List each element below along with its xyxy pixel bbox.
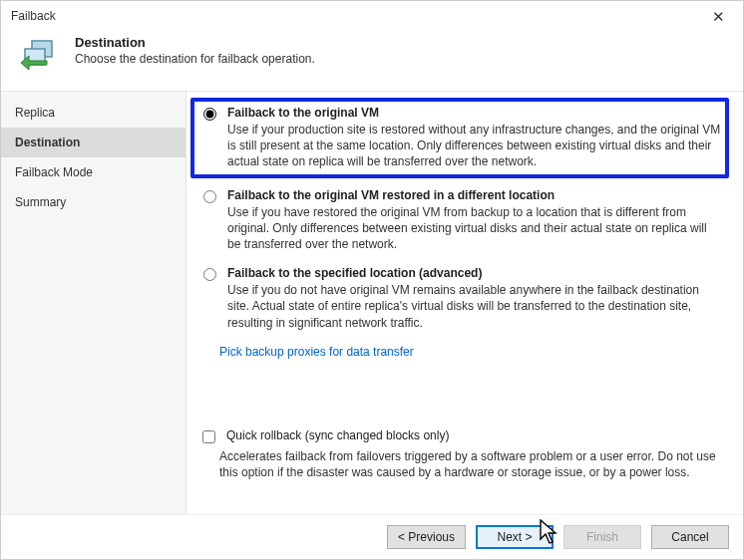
wizard-header: Destination Choose the destination for f… xyxy=(1,31,743,91)
cancel-button[interactable]: Cancel xyxy=(651,525,729,549)
failback-icon xyxy=(19,37,59,77)
quick-rollback-checkbox[interactable] xyxy=(202,430,215,443)
radio-original-vm[interactable] xyxy=(203,108,216,121)
radio-specified-location[interactable] xyxy=(203,268,216,281)
quick-rollback-label: Quick rollback (sync changed blocks only… xyxy=(226,428,449,442)
option-failback-original-vm[interactable]: Failback to the original VM Use if your … xyxy=(190,98,729,178)
page-subheading: Choose the destination for failback oper… xyxy=(75,52,315,66)
option-failback-specified-location[interactable]: Failback to the specified location (adva… xyxy=(198,266,723,331)
page-heading: Destination xyxy=(75,35,315,50)
quick-rollback-block: Quick rollback (sync changed blocks only… xyxy=(198,428,723,480)
content-panel: Failback to the original VM Use if your … xyxy=(186,92,743,514)
header-text: Destination Choose the destination for f… xyxy=(75,35,315,66)
wizard-body: Replica Destination Failback Mode Summar… xyxy=(1,91,743,514)
close-icon[interactable]: ✕ xyxy=(704,5,733,28)
finish-button: Finish xyxy=(563,525,641,549)
pick-backup-proxies-link[interactable]: Pick backup proxies for data transfer xyxy=(219,345,414,359)
option-failback-different-location[interactable]: Failback to the original VM restored in … xyxy=(198,188,723,253)
option-desc: Use if you have restored the original VM… xyxy=(227,204,723,253)
option-desc: Use if you do not have original VM remai… xyxy=(227,282,723,331)
option-title: Failback to the original VM xyxy=(227,106,721,120)
sidebar-item-failback-mode[interactable]: Failback Mode xyxy=(1,157,186,187)
quick-rollback-desc: Accelerates failback from failovers trig… xyxy=(219,448,723,480)
radio-different-location[interactable] xyxy=(203,190,216,203)
titlebar: Failback ✕ xyxy=(1,1,743,31)
next-button[interactable]: Next > xyxy=(476,525,554,549)
option-desc: Use if your production site is restored … xyxy=(227,122,721,170)
sidebar: Replica Destination Failback Mode Summar… xyxy=(1,92,186,514)
sidebar-item-summary[interactable]: Summary xyxy=(1,187,186,217)
option-title: Failback to the specified location (adva… xyxy=(227,266,723,280)
wizard-footer: < Previous Next > Finish Cancel xyxy=(1,514,743,559)
quick-rollback-row[interactable]: Quick rollback (sync changed blocks only… xyxy=(198,428,723,446)
previous-button[interactable]: < Previous xyxy=(387,525,466,549)
option-title: Failback to the original VM restored in … xyxy=(227,188,723,202)
window-title: Failback xyxy=(11,9,56,23)
sidebar-item-replica[interactable]: Replica xyxy=(1,98,186,128)
failback-wizard-window: Failback ✕ Destination Choose the destin… xyxy=(0,0,744,560)
options-group: Failback to the original VM Use if your … xyxy=(198,102,723,508)
sidebar-item-destination[interactable]: Destination xyxy=(1,128,186,157)
